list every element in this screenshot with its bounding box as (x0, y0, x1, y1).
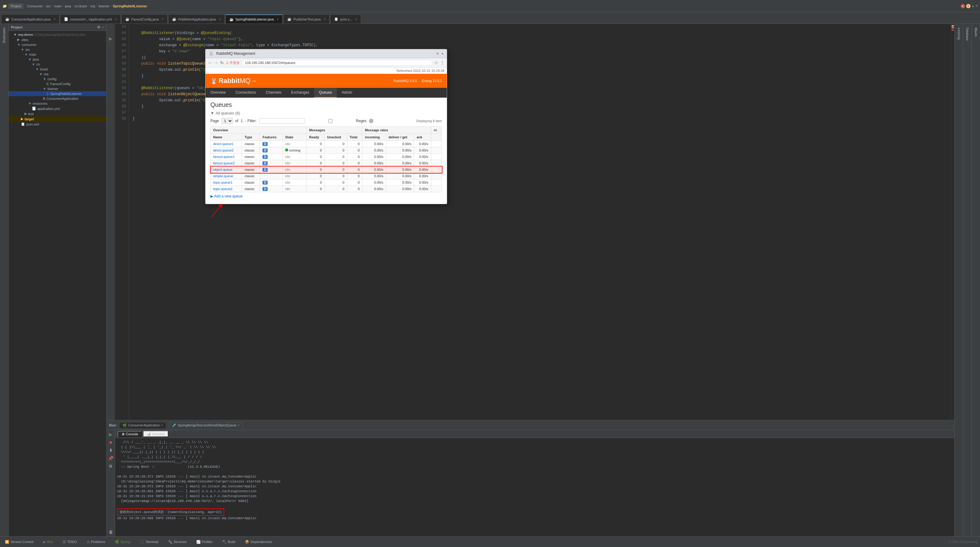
tab-publisher-test[interactable]: ☕ PublisherTest.java × (283, 14, 329, 24)
tab-fanout-config[interactable]: ☕ FanoutConfig.java × (121, 14, 167, 24)
pin-btn[interactable]: 📌 (108, 455, 114, 461)
rerun-btn[interactable]: ▶ (108, 431, 113, 438)
queue-name[interactable]: fanout.queue1 (211, 154, 242, 160)
dependencies-btn[interactable]: 📦 Dependencies (243, 539, 274, 545)
sidebar-collapse-btn[interactable]: − (102, 25, 104, 29)
more-btn[interactable]: ⋮ (440, 60, 444, 65)
console-tab[interactable]: 🖥 Console (118, 431, 142, 437)
nav-admin[interactable]: Admin (337, 88, 357, 98)
queue-row[interactable]: simple.queue classic idle 0 0 0 0.00/s 0… (211, 173, 442, 179)
queue-name[interactable]: simple.queue (211, 173, 242, 179)
tree-resources[interactable]: ▼ resources (9, 101, 106, 106)
profiler-btn[interactable]: 📈 Profiler (194, 539, 215, 545)
tab-close-icon[interactable]: × (238, 423, 240, 427)
queue-name[interactable]: direct.queue2 (211, 147, 242, 154)
add-queue-link[interactable]: ▶ Add a new queue (210, 192, 442, 200)
services-btn[interactable]: 🔧 Services (166, 539, 189, 545)
tab-close[interactable]: × (355, 17, 357, 21)
tab-close[interactable]: × (219, 17, 221, 21)
page-select[interactable]: 1 (221, 118, 233, 124)
run-app-tab[interactable]: 🌿 ConsumerApplication × (119, 422, 166, 428)
tab-close[interactable]: × (277, 18, 279, 21)
browser-close-btn[interactable]: × (436, 51, 439, 56)
queue-name[interactable]: direct.queue1 (211, 141, 242, 147)
nav-queues[interactable]: Queues (314, 88, 337, 98)
tab-close[interactable]: × (54, 17, 56, 21)
tab-close[interactable]: × (324, 17, 326, 21)
version-control-btn[interactable]: 🔀 Version Control (2, 539, 36, 545)
bookmark-btn[interactable]: ☆ (434, 60, 438, 65)
tree-listener-folder[interactable]: ▼ listener (9, 86, 106, 91)
tree-config-folder[interactable]: ▼ config (9, 76, 106, 81)
tree-idea[interactable]: ▶ .idea (9, 37, 106, 42)
bookmarks-label[interactable]: Bookmarks (2, 27, 6, 43)
tree-mq-folder[interactable]: ▼ mq (9, 71, 106, 76)
tab-close[interactable]: × (162, 17, 164, 21)
nav-channels[interactable]: Channels (261, 88, 286, 98)
filter-input[interactable] (259, 118, 305, 124)
sidebar-settings-btn[interactable]: ⚙ (97, 25, 100, 29)
collapse-triangle[interactable]: ▼ (210, 111, 215, 116)
tab-close-icon[interactable]: × (161, 423, 163, 427)
queue-name[interactable]: topic.queue1 (211, 179, 242, 186)
tree-src[interactable]: ▼ src (9, 47, 106, 52)
build-btn[interactable]: 🔨 Build (220, 539, 238, 545)
tree-application-yml[interactable]: 📄 application.yml (9, 106, 106, 111)
tree-itcast[interactable]: ▼ itcast (9, 67, 106, 71)
queue-name[interactable]: object.queue (211, 166, 242, 173)
tree-consumer[interactable]: ▼ consumer (9, 42, 106, 47)
queue-name[interactable]: fanout.queue2 (211, 160, 242, 166)
tab-consumer-application[interactable]: ☕ ConsumerApplication.java × (1, 14, 59, 24)
spring-btn[interactable]: 🌿 Spring (112, 539, 133, 545)
tab-pom[interactable]: 📋 pom.x... × (330, 14, 361, 24)
tab-publisher-application[interactable]: ☕ PublisherApplication.java × (168, 14, 225, 24)
stop-btn[interactable]: ■ (109, 439, 112, 446)
back-btn[interactable]: ← (208, 60, 212, 65)
help-icon[interactable]: ? (369, 119, 373, 123)
maven-label[interactable]: Maven (974, 27, 978, 37)
tab-close[interactable]: × (115, 17, 117, 21)
regex-checkbox[interactable] (307, 119, 353, 123)
queue-row[interactable]: topic.queue1 classic D idle 0 0 0 0.00/s… (211, 179, 442, 186)
queue-row[interactable]: fanout.queue1 classic D idle 0 0 0 0.00/… (211, 154, 442, 160)
run-btn[interactable]: ▶ Run (41, 539, 56, 545)
scroll-to-end-btn[interactable]: ⬇ (108, 447, 113, 453)
spring-amqp-test-tab[interactable]: 🧪 SpringAmqpTest.testSendObjectQueue × (169, 422, 243, 428)
tree-spring-rabbit-listener[interactable]: C SpringRabbitListener (9, 91, 106, 96)
queue-row[interactable]: direct.queue2 classic D running 0 0 0 0.… (211, 147, 442, 154)
queue-name[interactable]: topic.queue2 (211, 186, 242, 192)
clear-btn[interactable]: 🗑 (108, 529, 114, 535)
terminal-btn[interactable]: ⬛ Terminal (137, 539, 161, 545)
error-mark (951, 28, 954, 29)
database-label[interactable]: Database (966, 27, 969, 41)
queue-row[interactable]: topic.queue2 classic D idle 0 0 0 0.00/s… (211, 186, 442, 192)
project-btn[interactable]: Project (8, 3, 24, 9)
todo-btn[interactable]: ☑ TODO (60, 539, 79, 545)
structure-label[interactable]: Structure (957, 27, 960, 40)
queue-row[interactable]: object.queue classic D idle 0 0 0 0.00/s… (211, 166, 442, 173)
problems-btn[interactable]: ⚠ Problems (84, 539, 108, 545)
url-input[interactable]: 118.195.240.188:15672/#/queues (242, 60, 433, 66)
tree-target[interactable]: ▶ target (9, 116, 106, 122)
tree-consumer-application[interactable]: A ConsumerApplication (9, 96, 106, 101)
run-gutter-btn[interactable]: ▶ (109, 36, 112, 41)
tree-test[interactable]: ▶ test (9, 111, 106, 116)
queue-row[interactable]: fanout.queue2 classic D idle 0 0 0 0.00/… (211, 160, 442, 166)
settings-btn[interactable]: ⚙ (108, 463, 113, 469)
forward-btn[interactable]: → (214, 60, 218, 65)
actuator-tab[interactable]: 📊 Actuator (143, 431, 169, 437)
tab-application-yml[interactable]: 📄 consumer\...\application.yml × (60, 14, 121, 24)
refresh-btn[interactable]: ↻ (220, 60, 224, 65)
browser-new-tab-btn[interactable]: + (441, 51, 444, 56)
tab-spring-rabbit-listener[interactable]: ☕ SpringRabbitListener.java × (225, 14, 283, 24)
nav-exchanges[interactable]: Exchanges (286, 88, 314, 98)
tree-fanout-config[interactable]: C FanoutConfig (9, 81, 106, 86)
nav-connections[interactable]: Connections (231, 88, 261, 98)
tree-main[interactable]: ▼ main (9, 52, 106, 57)
tree-cn[interactable]: ▼ cn (9, 62, 106, 67)
tree-pom-xml[interactable]: 📋 pom.xml (9, 122, 106, 127)
tree-mq-demo[interactable]: ▼ mq-demo D:\DingJiaxiong\IdeaProjects\m… (9, 32, 106, 37)
tree-java[interactable]: ▼ java (9, 57, 106, 62)
nav-overview[interactable]: Overview (205, 88, 231, 98)
queue-row[interactable]: direct.queue1 classic D idle 0 0 0 0.00/… (211, 141, 442, 147)
